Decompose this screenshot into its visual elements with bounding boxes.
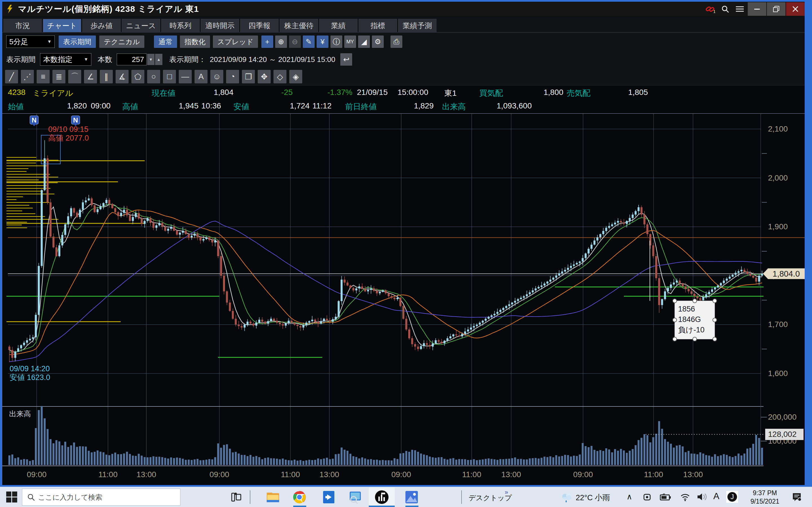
svg-text:安値 1623.0: 安値 1623.0 [10,373,50,382]
file-explorer-icon[interactable] [266,490,280,504]
trend-line-icon[interactable]: ╱ [5,70,18,83]
printer-icon[interactable]: ⎙ [391,36,402,48]
my-indicator-icon[interactable]: MY [344,36,356,48]
zoom-in-icon[interactable]: ⊕ [275,36,287,48]
search-icon[interactable] [718,2,732,16]
fibonacci-arc-icon[interactable]: ⌒ [68,70,81,83]
chevron-expand-icon[interactable]: » [505,489,508,496]
photos-icon[interactable] [404,490,419,504]
ime-lang-indicator[interactable]: J [726,491,738,503]
h-lines-3-icon[interactable]: ≡ [37,70,50,83]
selection-handle[interactable] [693,299,697,303]
tab-ニュース[interactable]: ニュース [122,19,160,32]
minimize-button[interactable] [748,2,766,16]
tab-株主優待[interactable]: 株主優待 [280,19,318,32]
volume-label: 出来高 [442,101,466,112]
ask-label: 売気配 [567,88,591,99]
weather-icon[interactable] [560,491,573,503]
start-button[interactable] [6,492,17,503]
selection-handle[interactable] [673,318,677,322]
count-down-button[interactable]: ▼ [147,54,154,65]
selection-handle[interactable] [713,318,717,322]
tab-歩み値[interactable]: 歩み値 [82,19,121,32]
selection-handle[interactable] [713,299,717,303]
h-lines-4-icon[interactable]: ≣ [52,70,65,83]
trading-app-icon[interactable] [374,490,389,504]
selection-handle[interactable] [673,337,677,341]
notification-center-icon[interactable] [792,493,802,502]
toolbar-button-表示期間[interactable]: 表示期間 [59,36,96,48]
weather-text[interactable]: 22°C 小雨 [576,493,610,503]
last-label: 現在値 [152,88,175,99]
exchange: 東1 [444,88,457,99]
low-time: 11:12 [312,101,332,110]
area-chart-icon[interactable]: ◢ [358,36,370,48]
menu-icon[interactable] [732,2,747,16]
svg-text:09:00: 09:00 [27,470,47,479]
task-view-icon[interactable] [229,490,244,504]
ime-mode-indicator[interactable]: A [713,491,719,501]
movies-tv-icon[interactable] [321,490,336,504]
tab-チャート[interactable]: チャート [43,19,81,32]
svg-text:1856: 1856 [678,305,695,313]
toolbar-button-テクニカル[interactable]: テクニカル [99,36,144,48]
tab-指標[interactable]: 指標 [359,19,397,32]
ellipse-icon[interactable]: ○ [147,70,160,83]
close-button[interactable] [786,2,805,16]
rectangle-icon[interactable]: □ [163,70,176,83]
tab-四季報[interactable]: 四季報 [240,19,278,32]
wifi-icon[interactable] [680,493,690,501]
taskbar-search-input[interactable]: ここに入力して検索 [22,489,181,506]
windows-taskbar: ここに入力して検索 デスクトップ » [0,487,812,507]
reset-period-icon[interactable]: ↩ [340,53,352,66]
snip-tool-icon[interactable] [348,490,363,504]
text-tool-icon[interactable]: A [195,70,207,83]
rotation-lock-icon[interactable] [642,493,652,502]
chrome-icon[interactable] [292,490,307,504]
copy-object-icon[interactable]: ❐ [242,70,255,83]
fan-lines-icon[interactable]: ∠ [84,70,97,83]
parallel-lines-icon[interactable]: ⋰ [21,70,34,83]
tab-適時開示[interactable]: 適時開示 [201,19,239,32]
tab-時系列[interactable]: 時系列 [161,19,200,32]
tab-市況[interactable]: 市況 [3,19,42,32]
zoom-out-icon[interactable]: ⊖ [289,36,301,48]
selection-handle[interactable] [713,337,717,341]
yen-axis-icon[interactable]: ¥ [317,36,328,48]
chart-area[interactable]: NN09/10 09:15高値 2077.009/09 14:20安値 1623… [2,113,805,485]
selection-handle[interactable] [693,337,697,341]
link-group-icon[interactable]: 1 [703,2,718,16]
vertical-lines-icon[interactable]: ∥ [100,70,113,83]
toolbar-button-通常[interactable]: 通常 [154,36,177,48]
toolbar-button-指数化[interactable]: 指数化 [180,36,210,48]
pencil-icon[interactable]: ✎ [303,36,315,48]
trend-fan-icon[interactable]: ∡ [116,70,129,83]
h-segment-icon[interactable]: ― [179,70,192,83]
crosshair-icon[interactable]: + [261,36,273,48]
drag-hand-icon[interactable]: ✥ [258,70,271,83]
wrench-icon[interactable]: ⚙ [372,36,384,48]
tab-業績[interactable]: 業績 [319,19,357,32]
high-price-annotation: 09/10 09:15高値 2077.0 [48,125,89,142]
taskbar-clock[interactable]: 9:37 PM 9/15/2021 [751,489,779,506]
count-up-button[interactable]: ▲ [155,54,162,65]
tray-chevron-up-icon[interactable]: ∧ [626,492,632,501]
icon-stamp-icon[interactable]: ☺ [210,70,223,83]
bar-count-input[interactable]: 257 [117,54,147,65]
info-icon[interactable]: ⓘ [331,36,342,48]
pentagon-icon[interactable]: ⬠ [132,70,144,83]
restore-button[interactable] [767,2,785,16]
battery-icon[interactable] [660,493,671,501]
timeframe-select[interactable]: 5分足▼ [6,36,55,48]
toolbar-button-スプレッド[interactable]: スプレッド [213,36,258,48]
titlebar[interactable]: マルチツール(個別銘柄) 4238 ミライアル 東1 1 [2,2,805,16]
tab-業績予測[interactable]: 業績予測 [398,19,437,32]
eraser-all-icon[interactable]: ◈ [289,70,302,83]
eraser-icon[interactable]: ◇ [273,70,287,83]
time-marker-icon[interactable]: ◔ [226,70,239,83]
trading-app-running-indicator [369,506,395,507]
volume-icon[interactable] [697,493,708,501]
selection-handle[interactable] [673,299,677,303]
candlestick-chart[interactable]: NN09/10 09:15高値 2077.009/09 14:20安値 1623… [2,113,805,485]
period-mode-select[interactable]: 本数指定▼ [40,53,91,66]
